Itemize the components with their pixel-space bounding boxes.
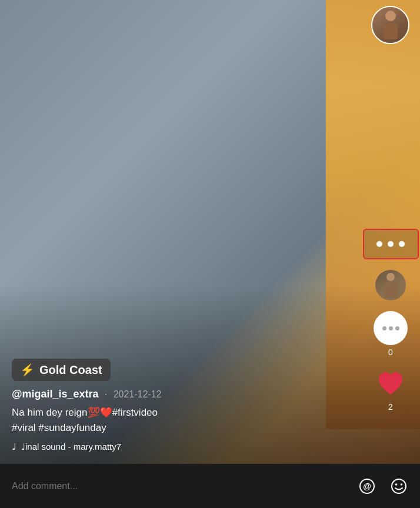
location-label: Gold Coast <box>39 363 102 377</box>
post-caption: Na him dey reign💯❤️#firstvideo #viral #s… <box>12 405 324 435</box>
like-count: 2 <box>388 402 393 412</box>
hashtag-viral[interactable]: #viral <box>12 422 36 433</box>
like-container: 2 <box>375 367 407 412</box>
more-options-container <box>363 229 419 259</box>
bottom-bar: @ <box>0 464 420 508</box>
svg-point-7 <box>395 483 398 486</box>
username-row: @migail_is_extra · 2021-12-12 <box>12 388 324 400</box>
comment-dot2 <box>389 326 393 330</box>
comment-dot3 <box>395 326 399 330</box>
mention-button[interactable]: @ <box>358 477 376 496</box>
sound-text: ♩inal sound - mary.matty7 <box>21 442 121 452</box>
dot3 <box>399 241 405 247</box>
music-disc[interactable] <box>375 270 406 300</box>
svg-point-8 <box>401 483 403 486</box>
emoji-button[interactable] <box>389 477 408 496</box>
music-note-icon: ♩ <box>12 441 16 452</box>
post-content: ⚡ Gold Coast @migail_is_extra · 2021-12-… <box>0 359 335 461</box>
comment-count: 0 <box>388 347 393 357</box>
svg-rect-3 <box>384 283 398 298</box>
dot2 <box>388 241 394 247</box>
music-disc-container <box>375 270 406 300</box>
location-tag[interactable]: ⚡ Gold Coast <box>12 359 111 381</box>
location-spark-icon: ⚡ <box>20 363 35 377</box>
music-avatar <box>375 270 406 300</box>
dot1 <box>376 241 382 247</box>
comment-dot1 <box>382 326 386 330</box>
sound-row[interactable]: ♩ ♩inal sound - mary.matty7 <box>12 441 324 452</box>
right-sidebar: 0 2 <box>367 0 414 429</box>
separator: · <box>105 388 108 400</box>
hashtag-sundayfunday[interactable]: #sundayfunday <box>38 422 106 433</box>
comment-dots <box>382 326 399 330</box>
comment-button[interactable] <box>374 311 408 345</box>
username[interactable]: @migail_is_extra <box>12 388 99 400</box>
svg-text:@: @ <box>363 482 371 491</box>
svg-point-2 <box>386 273 395 281</box>
more-options-button[interactable] <box>363 229 419 259</box>
like-button[interactable] <box>375 367 407 400</box>
hashtag-firstvideo[interactable]: #firstvideo <box>112 407 158 418</box>
comment-container: 0 <box>374 311 408 357</box>
post-date: 2021-12-12 <box>114 389 162 400</box>
svg-point-6 <box>392 479 406 493</box>
comment-input[interactable] <box>12 481 358 492</box>
bottom-action-icons: @ <box>358 477 408 496</box>
